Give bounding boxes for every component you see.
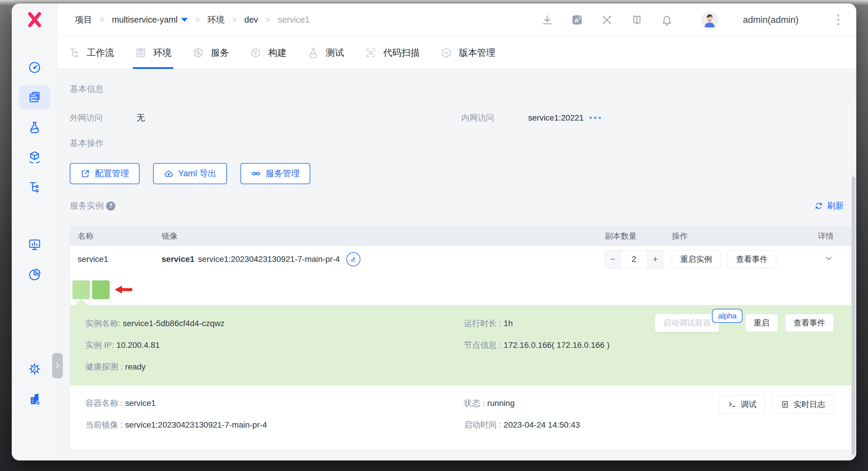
sidebar-item-statistics[interactable] [19, 262, 50, 287]
scrollbar-thumb[interactable] [851, 177, 856, 455]
code-scan-icon [365, 46, 377, 59]
pipeline-icon [28, 180, 42, 194]
build-icon [250, 46, 262, 59]
config-manage-button[interactable]: 配置管理 [70, 163, 140, 184]
divider [70, 219, 851, 220]
pod-name-field: 实例名称:service1-5db86cf4d4-czqwz [85, 318, 464, 329]
tab-releases[interactable]: 版本管理 [438, 36, 497, 69]
main-area: 项目 > multiservice-yaml > 环境 > dev > serv… [58, 3, 856, 461]
more-endpoints-button[interactable]: ••• [589, 113, 603, 123]
test-flask-icon [307, 46, 319, 59]
pod-square-selected[interactable] [72, 280, 90, 299]
debug-button[interactable]: 调试 [719, 395, 765, 413]
tab-builds[interactable]: 构建 [248, 36, 288, 69]
download-icon[interactable] [541, 14, 553, 26]
edit-image-button[interactable] [346, 252, 361, 266]
user-name[interactable]: admin(admin) [743, 15, 799, 25]
svg-text:Z: Z [33, 367, 36, 372]
sidebar-item-tests[interactable] [19, 115, 50, 139]
sidebar-item-projects[interactable]: PM [19, 85, 50, 110]
sidebar-item-workflows[interactable] [19, 175, 50, 199]
kebab-menu-icon[interactable] [835, 12, 841, 27]
field-label: 运行时长 : [464, 319, 501, 328]
table-row: service1 service1 service1:2023042313092… [70, 246, 851, 273]
tab-workflows[interactable]: 工作流 [66, 36, 116, 69]
tab-services[interactable]: 服务 [190, 36, 231, 69]
cloud-download-icon [164, 169, 174, 179]
alpha-badge: alpha [712, 309, 743, 323]
breadcrumb-item-env-dev[interactable]: dev [244, 15, 258, 25]
tab-tests[interactable]: 测试 [305, 36, 346, 69]
container-start-time-field: 启动时间 :2023-04-24 14:50:43 [464, 419, 851, 431]
log-file-icon [781, 400, 789, 409]
pod-detail-panel: 实例名称:service1-5db86cf4d4-czqwz 实例 IP:10.… [70, 305, 851, 385]
sidebar-item-enterprise[interactable] [19, 386, 50, 411]
tab-code-scan[interactable]: 代码扫描 [363, 36, 422, 69]
replica-decrease-button[interactable]: − [605, 250, 620, 268]
replica-increase-button[interactable]: + [648, 250, 663, 268]
flask-icon [28, 120, 42, 134]
realtime-logs-button[interactable]: 实时日志 [772, 395, 834, 413]
sidebar-item-dashboard[interactable] [19, 55, 50, 80]
breadcrumb-item-environments[interactable]: 环境 [208, 14, 225, 26]
field-value: service1-5db86cf4d4-czqwz [123, 319, 225, 328]
pod-view-events-button[interactable]: 查看事件 [785, 314, 834, 332]
external-access-field: 外网访问 无 [70, 112, 461, 123]
tab-label: 构建 [268, 46, 286, 59]
notifications-icon[interactable] [661, 14, 673, 26]
button-label: 实时日志 [794, 399, 825, 410]
sidebar-item-settings[interactable]: Z [19, 357, 50, 381]
tab-environments[interactable]: 环境 [133, 36, 173, 69]
help-icon[interactable]: ? [106, 201, 115, 211]
service-manage-button[interactable]: 服务管理 [241, 163, 310, 184]
replica-stepper: − 2 + [605, 250, 663, 268]
integrations-icon[interactable] [601, 14, 613, 26]
package-delivery-icon [28, 150, 42, 164]
pod-node-field: 节点信息 :172.16.0.166( 172.16.0.166 ) [464, 340, 851, 351]
divider [70, 157, 851, 157]
field-label: 实例 IP: [85, 341, 114, 350]
sidebar-item-delivery[interactable] [19, 145, 50, 169]
service-icon [192, 46, 205, 59]
replica-count[interactable]: 2 [620, 250, 648, 268]
docs-icon[interactable] [631, 14, 643, 26]
button-label: 调试 [741, 399, 756, 410]
field-value: service1:20221 [528, 113, 584, 123]
tab-label: 版本管理 [459, 46, 495, 59]
sidebar-nav-bottom: Z [19, 357, 50, 411]
field-label: 当前镜像 : [85, 420, 123, 429]
refresh-button[interactable]: 刷新 [814, 200, 851, 212]
row-actions: 重启实例 查看事件 [672, 250, 800, 268]
pod-square[interactable] [92, 280, 110, 299]
detail-collapse-button[interactable] [824, 253, 844, 265]
col-header-actions: 操作 [672, 231, 800, 241]
sidebar-collapse-handle[interactable] [52, 353, 63, 378]
pod-restart-button[interactable]: 重启 [745, 314, 778, 332]
breadcrumb-item-projects[interactable]: 项目 [75, 14, 92, 26]
field-value: ready [125, 362, 146, 371]
breadcrumb-item-project-name[interactable]: multiservice-yaml [112, 15, 188, 25]
translate-icon[interactable]: A文 [571, 14, 583, 26]
dropdown-caret-icon[interactable] [181, 18, 188, 22]
instances-title: 服务实例 [70, 200, 104, 212]
avatar[interactable] [701, 11, 718, 28]
field-label: 实例名称: [85, 319, 121, 328]
restart-instance-button[interactable]: 重启实例 [672, 250, 720, 268]
pencil-icon [349, 255, 357, 263]
pod-ip-field: 实例 IP:10.200.4.81 [85, 340, 464, 351]
release-icon [440, 46, 453, 59]
basic-info-fields: 外网访问 无 内网访问 service1:20221 ••• [70, 112, 851, 123]
container-section: 容器名称 :service1 当前镜像 :service1:2023042313… [70, 385, 851, 449]
field-value: 172.16.0.166( 172.16.0.166 ) [504, 341, 610, 350]
sidebar-item-insights[interactable] [19, 232, 50, 257]
svg-text:文: 文 [578, 15, 582, 20]
instances-header: 服务实例 ? 刷新 [70, 200, 851, 212]
view-events-button[interactable]: 查看事件 [727, 250, 776, 268]
yaml-export-button[interactable]: Yaml 导出 [153, 163, 227, 184]
start-debug-container-button[interactable]: 启动调试容器 alpha [655, 314, 719, 332]
zadig-logo-icon[interactable] [26, 11, 43, 28]
tab-label: 服务 [211, 46, 229, 59]
container-fields-left: 容器名称 :service1 当前镜像 :service1:2023042313… [85, 398, 464, 431]
sidebar-nav-middle [19, 232, 50, 287]
building-check-icon [28, 392, 42, 406]
